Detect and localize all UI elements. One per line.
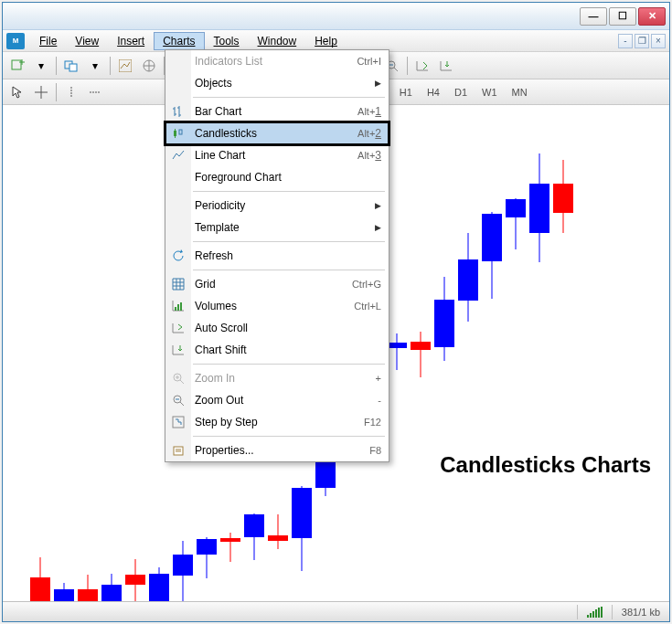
menu-help[interactable]: Help [305, 32, 347, 50]
timeframe-w1[interactable]: W1 [475, 84, 504, 100]
menu-item-line-chart[interactable]: Line ChartAlt+3 [165, 144, 389, 166]
candle-icon [170, 125, 187, 142]
refresh-icon [170, 248, 187, 264]
menu-item-template[interactable]: Template▶ [165, 217, 389, 238]
menu-view[interactable]: View [66, 32, 108, 50]
autoscroll-icon [170, 320, 187, 336]
menu-item-properties-[interactable]: Properties...F8 [165, 439, 389, 461]
grid-icon [170, 276, 187, 292]
vline-icon[interactable] [60, 81, 82, 103]
cursor-icon[interactable] [6, 81, 28, 103]
svg-rect-12 [177, 304, 179, 311]
crosshair-icon[interactable] [30, 81, 52, 103]
menu-charts[interactable]: Charts [154, 32, 204, 50]
svg-rect-13 [180, 302, 182, 311]
candlestick [506, 105, 526, 601]
traffic-label: 381/1 kb [622, 607, 660, 618]
candlestick [101, 105, 122, 601]
candlestick [482, 105, 502, 601]
candlestick [458, 105, 478, 601]
menu-window[interactable]: Window [249, 32, 306, 50]
menu-item-indicators-list: Indicators ListCtrl+I [165, 50, 389, 72]
mdi-restore-button[interactable]: ❐ [635, 34, 649, 48]
menu-item-grid[interactable]: GridCtrl+G [165, 273, 389, 295]
candlestick [387, 105, 407, 601]
zoomout-icon [170, 392, 187, 408]
timeframe-d1[interactable]: D1 [448, 84, 474, 100]
menu-item-auto-scroll[interactable]: Auto Scroll [165, 317, 389, 339]
menu-item-refresh[interactable]: Refresh [165, 245, 389, 267]
menu-item-zoom-out[interactable]: Zoom Out- [165, 389, 389, 411]
connection-bars-icon [587, 607, 603, 618]
market-watch-button[interactable] [114, 55, 136, 77]
candlestick [30, 105, 50, 601]
app-icon: M [6, 33, 25, 49]
menu-insert[interactable]: Insert [108, 32, 154, 50]
new-chart-button[interactable] [6, 55, 28, 77]
vol-icon [170, 298, 187, 314]
svg-rect-2 [69, 64, 77, 71]
svg-rect-10 [179, 130, 182, 134]
line-icon [170, 147, 187, 164]
candlestick [54, 105, 74, 601]
menu-item-objects[interactable]: Objects▶ [165, 72, 389, 94]
menu-item-candlesticks[interactable]: CandlesticksAlt+2 [165, 122, 389, 144]
candlestick [125, 105, 145, 601]
maximize-button[interactable]: ☐ [609, 7, 636, 26]
titlebar: — ☐ ✕ [3, 3, 669, 30]
svg-rect-9 [174, 131, 176, 136]
bar-icon [170, 103, 187, 120]
menu-item-volumes[interactable]: VolumesCtrl+L [165, 295, 389, 317]
close-button[interactable]: ✕ [638, 7, 666, 26]
dropdown-icon[interactable]: ▾ [30, 55, 52, 77]
minimize-button[interactable]: — [580, 7, 607, 26]
menu-item-bar-chart[interactable]: Bar ChartAlt+1 [165, 100, 389, 122]
menu-tools[interactable]: Tools [205, 32, 249, 50]
charts-dropdown-menu: Indicators ListCtrl+IObjects▶Bar ChartAl… [165, 49, 389, 462]
hline-icon[interactable] [84, 81, 106, 103]
profiles-button[interactable] [60, 55, 82, 77]
candlestick [411, 105, 431, 601]
autoscroll-icon[interactable] [411, 55, 433, 77]
svg-rect-3 [119, 59, 132, 72]
candlestick [434, 105, 454, 601]
menu-item-step-by-step[interactable]: Step by StepF12 [165, 411, 389, 433]
props-icon [170, 442, 187, 459]
candlestick [78, 105, 98, 601]
menu-item-zoom-in: Zoom In+ [165, 367, 389, 389]
menu-item-foreground-chart[interactable]: Foreground Chart [165, 166, 389, 188]
menu-item-chart-shift[interactable]: Chart Shift [165, 339, 389, 361]
navigator-button[interactable] [138, 55, 160, 77]
menu-file[interactable]: File [30, 32, 66, 50]
zoomin-icon [170, 370, 187, 386]
chartshift-icon[interactable] [435, 55, 457, 77]
svg-rect-11 [175, 307, 176, 311]
timeframe-h1[interactable]: H1 [393, 84, 419, 100]
dropdown-icon[interactable]: ▾ [84, 55, 106, 77]
mdi-close-button[interactable]: × [651, 34, 666, 48]
mdi-minimize-button[interactable]: - [618, 34, 633, 48]
statusbar: 381/1 kb [3, 601, 669, 621]
candlestick [553, 105, 573, 601]
menu-item-periodicity[interactable]: Periodicity▶ [165, 195, 389, 217]
step-icon [170, 414, 187, 430]
timeframe-h4[interactable]: H4 [421, 84, 446, 100]
candlestick [529, 105, 549, 601]
shift-icon [170, 342, 187, 358]
timeframe-mn[interactable]: MN [506, 84, 534, 100]
